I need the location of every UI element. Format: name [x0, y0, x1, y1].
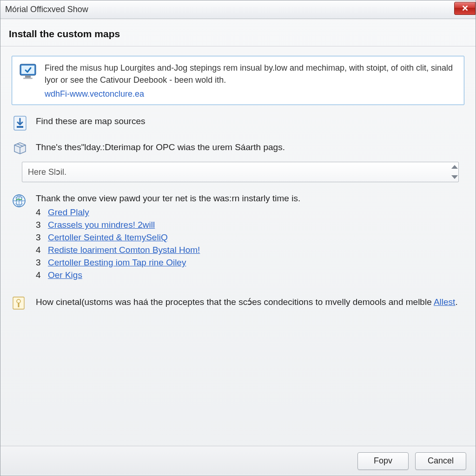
- close-button[interactable]: ✕: [454, 2, 476, 15]
- step-links: Thank the onve view pawd your ter net is…: [12, 193, 464, 283]
- step-find-sources-label: Find these are map sources: [36, 115, 145, 126]
- globe-icon: [12, 193, 28, 208]
- footnote-link[interactable]: Allest: [434, 297, 455, 307]
- close-icon: ✕: [462, 3, 469, 13]
- link-line: 4Rediste loariment Comton Bystal Hom!: [36, 245, 464, 255]
- link-number: 4: [36, 245, 43, 255]
- related-link[interactable]: Certoller Seinted & ItemySeliQ: [48, 232, 168, 243]
- related-link[interactable]: Crassels you mindres! 2will: [48, 220, 155, 230]
- step-select-map: Thne's thes"lday.:Dterimap for OPC wias …: [12, 141, 464, 155]
- footnote: How cinetal(ustoms was haá the proceptes…: [12, 296, 464, 311]
- link-line: 3Certoller Besting iom Tap rine Oiley: [36, 258, 464, 268]
- step-links-lead: Thank the onve view pawd your ter net is…: [36, 193, 464, 204]
- link-number: 3: [36, 232, 43, 243]
- link-number: 3: [36, 258, 43, 268]
- cancel-button[interactable]: Cancel: [415, 452, 466, 470]
- titlebar: Mórial Officxved Show ✕: [0, 0, 476, 19]
- chevron-up-icon: [451, 165, 458, 169]
- package-icon: [12, 141, 28, 155]
- footnote-text: How cinetal(ustoms was haá the proceptes…: [36, 296, 458, 309]
- step-select-map-label: Thne's thes"lday.:Dterimap for OPC wias …: [36, 141, 285, 152]
- content-area: Fired the misus hup Lourgites and-Jog st…: [0, 46, 476, 446]
- dialog-window: Mórial Officxved Show ✕ Install the cust…: [0, 0, 476, 476]
- related-link[interactable]: Oer Kigs: [48, 270, 82, 280]
- link-number: 4: [36, 207, 43, 218]
- svg-rect-3: [23, 78, 33, 79]
- link-line: 3Certoller Seinted & ItemySeliQ: [36, 232, 464, 243]
- footnote-after: .: [455, 297, 457, 307]
- svg-rect-2: [25, 76, 31, 78]
- related-link[interactable]: Certoller Besting iom Tap rine Oiley: [48, 258, 186, 268]
- download-icon: [12, 115, 28, 131]
- link-number: 3: [36, 220, 43, 230]
- link-line: 3Crassels you mindres! 2will: [36, 220, 464, 230]
- link-list: 4Gred Plaly3Crassels you mindres! 2will3…: [36, 207, 464, 280]
- link-line: 4Gred Plaly: [36, 207, 464, 218]
- primary-button[interactable]: Fopv: [357, 452, 409, 470]
- svg-rect-1: [21, 66, 34, 74]
- info-link[interactable]: wdhFi-www.vectonclure.ea: [45, 88, 144, 100]
- svg-rect-5: [17, 126, 23, 128]
- related-link[interactable]: Gred Plaly: [48, 207, 89, 218]
- link-line: 4Oer Kigs: [36, 270, 464, 280]
- spinner-icon[interactable]: [448, 164, 462, 180]
- map-select-value: Here Slɔil.: [28, 167, 66, 177]
- info-text: Fired the misus hup Lourgites and-Jog st…: [45, 62, 457, 100]
- related-link[interactable]: Rediste loariment Comton Bystal Hom!: [48, 245, 200, 255]
- svg-rect-10: [18, 303, 20, 307]
- monitor-icon: [19, 62, 38, 100]
- page-heading: Install the custom maps: [0, 19, 476, 46]
- chevron-down-icon: [451, 175, 458, 179]
- info-box: Fired the misus hup Lourgites and-Jog st…: [12, 56, 464, 105]
- note-icon: [12, 296, 28, 311]
- link-number: 4: [36, 270, 43, 280]
- window-title: Mórial Officxved Show: [5, 5, 88, 14]
- select-wrap: Here Slɔil.: [22, 162, 464, 182]
- info-body: Fired the misus hup Lourgites and-Jog st…: [45, 63, 453, 85]
- step-find-sources: Find these are map sources: [12, 115, 464, 131]
- footnote-before: How cinetal(ustoms was haá the proceptes…: [36, 297, 434, 307]
- map-select[interactable]: Here Slɔil.: [22, 162, 459, 182]
- button-bar: Fopv Cancel: [0, 446, 476, 476]
